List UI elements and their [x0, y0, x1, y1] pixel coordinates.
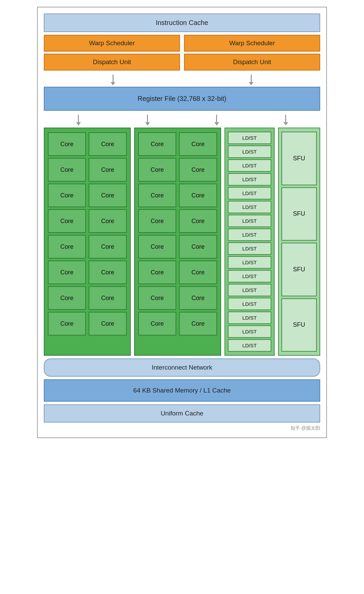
core-box-1-3-1: Core [48, 184, 86, 207]
core-box-1-5-2: Core [89, 235, 127, 259]
core-box-2-7-1: Core [138, 286, 176, 310]
sfu-box-4: SFU [281, 298, 317, 352]
ldst-box-12: LD/ST [228, 284, 271, 296]
core-box-2-3-2: Core [179, 184, 217, 207]
warp-dispatch-section: Warp Scheduler Warp Scheduler Dispatch U… [44, 35, 320, 71]
core-row-1-3: CoreCore [48, 184, 127, 207]
core-box-2-6-2: Core [179, 261, 217, 284]
core-box-1-3-2: Core [89, 184, 127, 207]
arrow-down-1 [111, 75, 115, 85]
register-file-block: Register File (32,768 x 32-bit) [44, 87, 320, 111]
core-row-2-7: CoreCore [138, 286, 217, 310]
core-box-1-6-2: Core [89, 261, 127, 284]
core-row-1-1: CoreCore [48, 132, 127, 156]
ldst-box-4: LD/ST [228, 173, 271, 186]
core-box-1-5-1: Core [48, 235, 86, 259]
ldst-box-13: LD/ST [228, 298, 271, 310]
core-row-1-7: CoreCore [48, 286, 127, 310]
core-group-1: CoreCoreCoreCoreCoreCoreCoreCoreCoreCore… [44, 128, 131, 356]
watermark: 知乎 @掘太阳 [44, 423, 320, 431]
core-box-2-3-1: Core [138, 184, 176, 207]
core-box-2-2-1: Core [138, 158, 176, 182]
uniform-cache-block: Uniform Cache [44, 404, 320, 423]
ldst-box-8: LD/ST [228, 228, 271, 241]
arrow-down-2 [249, 75, 253, 85]
dispatch-unit-left: Dispatch Unit [44, 54, 180, 71]
ldst-group: LD/STLD/STLD/STLD/STLD/STLD/STLD/STLD/ST… [224, 128, 275, 356]
core-box-1-4-2: Core [89, 209, 127, 233]
dispatch-arrows [44, 73, 320, 87]
core-row-1-5: CoreCore [48, 235, 127, 259]
arrow-rf-2 [145, 115, 150, 126]
cores-section: CoreCoreCoreCoreCoreCoreCoreCoreCoreCore… [44, 128, 320, 356]
core-row-1-8: CoreCore [48, 312, 127, 335]
sfu-box-2: SFU [281, 187, 317, 241]
core-box-2-1-1: Core [138, 132, 176, 156]
ldst-box-16: LD/ST [228, 339, 271, 352]
ldst-box-10: LD/ST [228, 256, 271, 269]
core-row-2-4: CoreCore [138, 209, 217, 233]
core-row-1-4: CoreCore [48, 209, 127, 233]
instruction-cache-label: Instruction Cache [156, 19, 208, 26]
register-file-label: Register File (32,768 x 32-bit) [138, 95, 226, 102]
core-box-2-4-2: Core [179, 209, 217, 233]
core-box-1-4-1: Core [48, 209, 86, 233]
sfu-group: SFUSFUSFUSFU [278, 128, 320, 356]
warp-row: Warp Scheduler Warp Scheduler [44, 35, 320, 52]
instruction-cache-block: Instruction Cache [44, 14, 320, 32]
ldst-box-15: LD/ST [228, 325, 271, 338]
uniform-cache-label: Uniform Cache [161, 410, 204, 417]
shared-memory-label: 64 KB Shared Memory / L1 Cache [133, 387, 231, 394]
dispatch-unit-right: Dispatch Unit [184, 54, 320, 71]
core-row-1-2: CoreCore [48, 158, 127, 182]
core-box-1-8-1: Core [48, 312, 86, 335]
dispatch-row: Dispatch Unit Dispatch Unit [44, 54, 320, 71]
arrow-rf-4 [283, 115, 288, 126]
core-box-2-5-1: Core [138, 235, 176, 259]
core-group-2: CoreCoreCoreCoreCoreCoreCoreCoreCoreCore… [134, 128, 221, 356]
core-box-1-6-1: Core [48, 261, 86, 284]
arrow-rf-3 [214, 115, 219, 126]
diagram-wrapper: Instruction Cache Warp Scheduler Warp Sc… [37, 7, 327, 438]
core-row-2-3: CoreCore [138, 184, 217, 207]
core-box-1-2-2: Core [89, 158, 127, 182]
core-box-2-7-2: Core [179, 286, 217, 310]
ldst-box-9: LD/ST [228, 242, 271, 255]
arrow-rf-1 [76, 115, 81, 126]
core-box-2-4-1: Core [138, 209, 176, 233]
core-box-2-8-1: Core [138, 312, 176, 335]
ldst-box-7: LD/ST [228, 215, 271, 227]
core-box-2-2-2: Core [179, 158, 217, 182]
ldst-box-5: LD/ST [228, 187, 271, 199]
ldst-box-14: LD/ST [228, 312, 271, 324]
ldst-box-2: LD/ST [228, 145, 271, 158]
core-box-2-8-2: Core [179, 312, 217, 335]
core-box-1-7-1: Core [48, 286, 86, 310]
core-box-1-8-2: Core [89, 312, 127, 335]
core-row-2-8: CoreCore [138, 312, 217, 335]
core-row-2-2: CoreCore [138, 158, 217, 182]
core-row-2-6: CoreCore [138, 261, 217, 284]
warp-scheduler-right: Warp Scheduler [184, 35, 320, 52]
ldst-box-3: LD/ST [228, 159, 271, 172]
interconnect-label: Interconnect Network [152, 364, 212, 371]
register-arrows [44, 114, 320, 128]
core-box-1-1-1: Core [48, 132, 86, 156]
core-box-2-1-2: Core [179, 132, 217, 156]
shared-memory-block: 64 KB Shared Memory / L1 Cache [44, 379, 320, 402]
core-row-2-1: CoreCore [138, 132, 217, 156]
ldst-box-11: LD/ST [228, 270, 271, 282]
warp-scheduler-left: Warp Scheduler [44, 35, 180, 52]
sfu-box-3: SFU [281, 243, 317, 296]
ldst-box-6: LD/ST [228, 201, 271, 213]
core-box-2-5-2: Core [179, 235, 217, 259]
core-box-1-7-2: Core [89, 286, 127, 310]
ldst-box-1: LD/ST [228, 132, 271, 144]
sfu-box-1: SFU [281, 132, 317, 185]
core-box-2-6-1: Core [138, 261, 176, 284]
interconnect-block: Interconnect Network [44, 358, 320, 377]
core-box-1-2-1: Core [48, 158, 86, 182]
core-row-1-6: CoreCore [48, 261, 127, 284]
core-box-1-1-2: Core [89, 132, 127, 156]
core-row-2-5: CoreCore [138, 235, 217, 259]
